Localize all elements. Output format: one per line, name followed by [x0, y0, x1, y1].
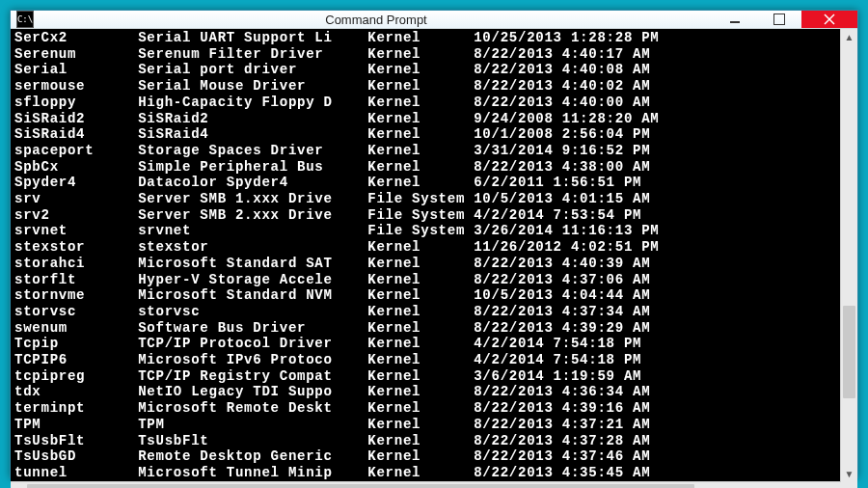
horizontal-scrollbar[interactable]: ◄ ►: [11, 481, 857, 488]
window-title: Command Prompt: [40, 13, 713, 27]
console-line: sfloppy High-Capacity Floppy D Kernel 8/…: [14, 95, 854, 111]
console-line: stexstor stexstor Kernel 11/26/2012 4:02…: [14, 239, 854, 256]
console-line: Spyder4 Datacolor Spyder4 Kernel 6/2/201…: [14, 175, 854, 191]
window-buttons: [713, 11, 857, 28]
console-line: TPM TPM Kernel 8/22/2013 4:37:21 AM: [14, 417, 854, 433]
console-line: sermouse Serial Mouse Driver Kernel 8/22…: [14, 78, 854, 95]
scroll-left-arrow-icon[interactable]: ◄: [11, 482, 27, 488]
console-line: storahci Microsoft Standard SAT Kernel 8…: [14, 256, 854, 272]
scroll-down-arrow-icon[interactable]: ▼: [841, 466, 857, 482]
hscroll-thumb[interactable]: [27, 484, 694, 488]
console-line: storflt Hyper-V Storage Accele Kernel 8/…: [14, 272, 854, 288]
console-line: tunnel Microsoft Tunnel Minip Kernel 8/2…: [14, 465, 854, 481]
console-line: srvnet srvnet File System 3/26/2014 11:1…: [14, 223, 854, 239]
console-line: TsUsbFlt TsUsbFlt Kernel 8/22/2013 4:37:…: [14, 433, 854, 449]
minimize-button[interactable]: [713, 11, 757, 28]
command-prompt-window: C:\ Command Prompt SerCx2 Serial UART Su…: [10, 10, 858, 478]
console-line: Serial Serial port driver Kernel 8/22/20…: [14, 62, 854, 78]
console-line: SpbCx Simple Peripheral Bus Kernel 8/22/…: [14, 159, 854, 176]
scroll-right-arrow-icon[interactable]: ►: [841, 482, 857, 488]
console-line: storvsc storvsc Kernel 8/22/2013 4:37:34…: [14, 304, 854, 320]
hscroll-track[interactable]: [27, 482, 841, 488]
close-icon: [824, 14, 835, 25]
console-line: SiSRaid4 SiSRaid4 Kernel 10/1/2008 2:56:…: [14, 126, 854, 143]
scroll-up-arrow-icon[interactable]: ▲: [841, 29, 857, 45]
console-line: srv Server SMB 1.xxx Drive File System 1…: [14, 191, 854, 207]
console-area: SerCx2 Serial UART Support Li Kernel 10/…: [11, 29, 857, 488]
titlebar[interactable]: C:\ Command Prompt: [11, 11, 857, 29]
console-line: spaceport Storage Spaces Driver Kernel 3…: [14, 143, 854, 159]
close-button[interactable]: [801, 11, 857, 28]
console-line: Tcpip TCP/IP Protocol Driver Kernel 4/2/…: [14, 336, 854, 352]
maximize-button[interactable]: [757, 11, 801, 28]
vscroll-thumb[interactable]: [843, 306, 855, 398]
console-line: tdx NetIO Legacy TDI Suppo Kernel 8/22/2…: [14, 384, 854, 400]
console-line: stornvme Microsoft Standard NVM Kernel 1…: [14, 287, 854, 304]
console-line: srv2 Server SMB 2.xxx Drive File System …: [14, 207, 854, 224]
console-line: SerCx2 Serial UART Support Li Kernel 10/…: [14, 30, 854, 46]
console-line: TCPIP6 Microsoft IPv6 Protoco Kernel 4/2…: [14, 352, 854, 368]
sysicon-text: C:\: [17, 15, 33, 24]
console-line: TsUsbGD Remote Desktop Generic Kernel 8/…: [14, 448, 854, 465]
vscroll-track[interactable]: [841, 45, 857, 466]
console-output[interactable]: SerCx2 Serial UART Support Li Kernel 10/…: [11, 29, 857, 481]
console-line: terminpt Microsoft Remote Deskt Kernel 8…: [14, 400, 854, 417]
vertical-scrollbar[interactable]: ▲ ▼: [840, 29, 857, 482]
console-line: tcpipreg TCP/IP Registry Compat Kernel 3…: [14, 368, 854, 385]
console-line: swenum Software Bus Driver Kernel 8/22/2…: [14, 320, 854, 337]
console-line: Serenum Serenum Filter Driver Kernel 8/2…: [14, 46, 854, 63]
system-menu-icon[interactable]: C:\: [16, 11, 34, 28]
console-line: SiSRaid2 SiSRaid2 Kernel 9/24/2008 11:28…: [14, 111, 854, 127]
